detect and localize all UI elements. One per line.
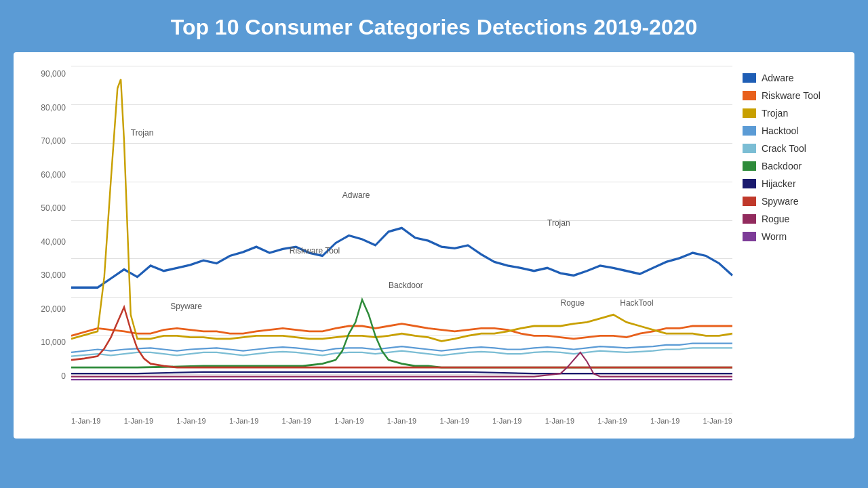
chart-legend: Adware Riskware Tool Trojan Hacktool Cra… <box>732 66 841 425</box>
y-axis: 90,000 80,000 70,000 60,000 50,000 40,00… <box>27 69 71 381</box>
legend-color-hacktool <box>743 126 756 136</box>
plot-area: Trojan Adware Riskware Tool Spyware Back… <box>71 66 732 425</box>
legend-trojan: Trojan <box>743 108 841 119</box>
legend-backdoor: Backdoor <box>743 161 841 171</box>
legend-rogue: Rogue <box>743 214 841 224</box>
legend-worm: Worm <box>743 231 841 242</box>
x-axis: 1-Jan-19 1-Jan-19 1-Jan-19 1-Jan-19 1-Ja… <box>71 413 732 425</box>
chart-container: 90,000 80,000 70,000 60,000 50,000 40,00… <box>14 52 854 439</box>
legend-color-cracktool <box>743 144 756 153</box>
legend-color-backdoor <box>743 161 756 171</box>
legend-color-hijacker <box>743 179 756 188</box>
legend-spyware: Spyware <box>743 196 841 207</box>
legend-color-spyware <box>743 197 756 206</box>
legend-color-worm <box>743 232 756 241</box>
legend-color-riskware <box>743 91 756 100</box>
legend-color-adware <box>743 73 756 83</box>
legend-riskware: Riskware Tool <box>743 90 841 101</box>
page-title: Top 10 Consumer Categories Detections 20… <box>0 0 868 52</box>
legend-adware: Adware <box>743 73 841 83</box>
chart-plot: Trojan Adware Riskware Tool Spyware Back… <box>71 66 732 413</box>
legend-color-trojan <box>743 108 756 118</box>
legend-hijacker: Hijacker <box>743 178 841 189</box>
legend-cracktool: Crack Tool <box>743 143 841 154</box>
legend-color-rogue <box>743 214 756 224</box>
legend-hacktool: Hacktool <box>743 125 841 136</box>
